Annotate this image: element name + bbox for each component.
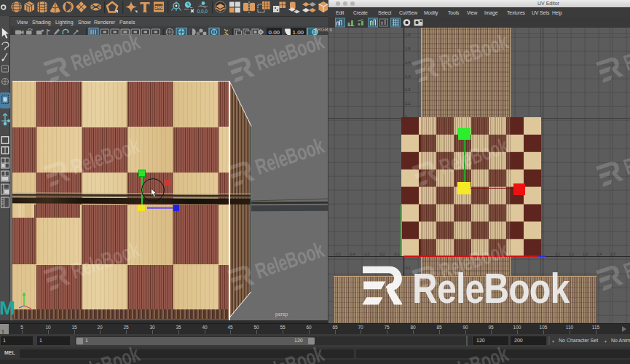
svg-text:SVG: SVG <box>155 5 163 9</box>
svg-text:0,0,0: 0,0,0 <box>197 9 208 14</box>
